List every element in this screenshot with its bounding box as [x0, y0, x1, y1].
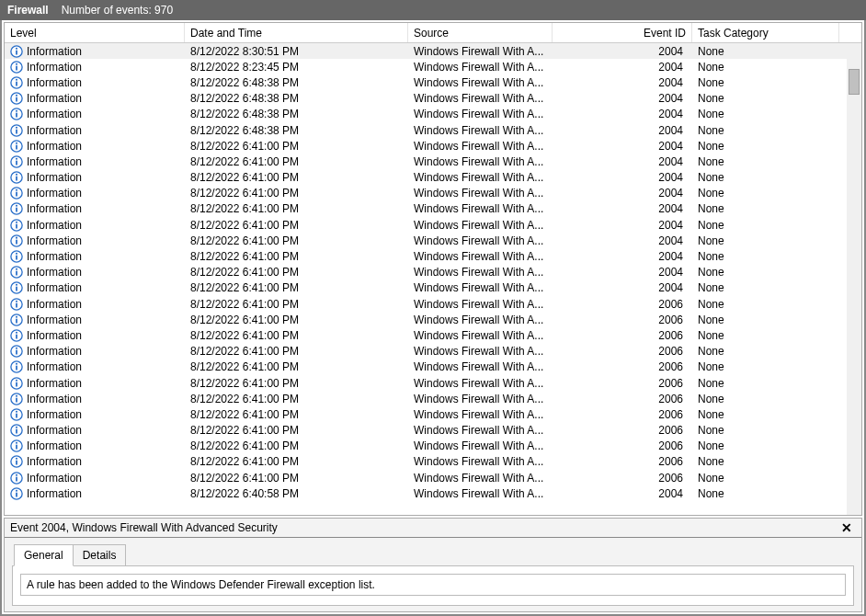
event-row[interactable]: Information8/12/2022 6:41:00 PMWindows F… [5, 344, 861, 359]
event-row[interactable]: Information8/12/2022 6:41:00 PMWindows F… [5, 375, 861, 391]
cell-date: 8/12/2022 6:48:38 PM [185, 92, 408, 105]
event-row[interactable]: Information8/12/2022 6:41:00 PMWindows F… [5, 359, 861, 375]
cell-level: Information [27, 314, 82, 326]
info-icon [10, 472, 23, 485]
event-row[interactable]: Information8/12/2022 6:41:00 PMWindows F… [5, 280, 861, 296]
titlebar: Firewall Number of events: 970 [0, 0, 866, 20]
event-row[interactable]: Information8/12/2022 6:41:00 PMWindows F… [5, 327, 861, 343]
cell-source: Windows Firewall With A... [408, 455, 553, 468]
event-row[interactable]: Information8/12/2022 6:41:00 PMWindows F… [5, 454, 861, 470]
svg-point-35 [16, 221, 17, 222]
column-headers: Level Date and Time Source Event ID Task… [5, 23, 861, 43]
event-row[interactable]: Information8/12/2022 6:41:00 PMWindows F… [5, 186, 861, 201]
event-row[interactable]: Information8/12/2022 8:23:45 PMWindows F… [5, 59, 861, 74]
cell-level: Information [27, 108, 82, 120]
tab-details[interactable]: Details [74, 544, 127, 566]
scroll-thumb[interactable] [849, 69, 860, 95]
svg-point-68 [16, 394, 17, 396]
info-icon [10, 377, 23, 390]
cell-source: Windows Firewall With A... [408, 298, 553, 311]
event-row[interactable]: Information8/12/2022 6:41:00 PMWindows F… [5, 201, 861, 217]
cell-category: None [692, 439, 839, 452]
svg-point-38 [16, 236, 17, 238]
info-icon [10, 487, 23, 500]
event-row[interactable]: Information8/12/2022 6:48:38 PMWindows F… [5, 107, 861, 122]
svg-rect-79 [16, 461, 17, 465]
cell-level: Information [27, 266, 82, 279]
cell-level: Information [27, 171, 82, 184]
cell-source: Windows Firewall With A... [408, 439, 553, 452]
cell-category: None [692, 76, 839, 89]
cell-source: Windows Firewall With A... [408, 472, 553, 485]
event-row[interactable]: Information8/12/2022 6:41:00 PMWindows F… [5, 154, 861, 169]
event-row[interactable]: Information8/12/2022 6:41:00 PMWindows F… [5, 406, 861, 422]
svg-rect-55 [16, 335, 17, 339]
info-icon [10, 219, 23, 232]
cell-level: Information [27, 360, 82, 373]
cell-eventid: 2006 [553, 455, 692, 468]
cell-date: 8/12/2022 6:40:58 PM [185, 487, 408, 500]
cell-date: 8/12/2022 6:41:00 PM [185, 345, 408, 358]
event-row[interactable]: Information8/12/2022 6:41:00 PMWindows F… [5, 138, 861, 154]
svg-point-77 [16, 442, 17, 444]
cell-category: None [692, 345, 839, 358]
event-row[interactable]: Information8/12/2022 6:41:00 PMWindows F… [5, 470, 861, 485]
cell-date: 8/12/2022 6:41:00 PM [185, 393, 408, 405]
cell-date: 8/12/2022 6:41:00 PM [185, 455, 408, 468]
cell-eventid: 2004 [553, 202, 692, 215]
col-header-eventid[interactable]: Event ID [553, 23, 692, 42]
event-row[interactable]: Information8/12/2022 6:48:38 PMWindows F… [5, 122, 861, 138]
svg-rect-1 [16, 50, 17, 54]
info-icon [10, 124, 23, 137]
close-icon[interactable]: ✕ [838, 520, 856, 535]
tab-general[interactable]: General [14, 544, 74, 566]
svg-rect-52 [16, 318, 17, 323]
cell-date: 8/12/2022 6:41:00 PM [185, 171, 408, 184]
content-frame: Level Date and Time Source Event ID Task… [0, 20, 866, 616]
cell-eventid: 2004 [553, 234, 692, 247]
event-row[interactable]: Information8/12/2022 6:41:00 PMWindows F… [5, 391, 861, 406]
col-header-date[interactable]: Date and Time [185, 23, 408, 42]
event-row[interactable]: Information8/12/2022 6:41:00 PMWindows F… [5, 439, 861, 454]
event-row[interactable]: Information8/12/2022 6:41:00 PMWindows F… [5, 423, 861, 439]
cell-eventid: 2004 [553, 108, 692, 120]
info-icon [10, 108, 23, 120]
cell-eventid: 2004 [553, 187, 692, 200]
cell-category: None [692, 234, 839, 247]
event-row[interactable]: Information8/12/2022 6:41:00 PMWindows F… [5, 233, 861, 248]
event-row[interactable]: Information8/12/2022 6:41:00 PMWindows F… [5, 312, 861, 327]
event-list: Level Date and Time Source Event ID Task… [4, 22, 862, 516]
cell-source: Windows Firewall With A... [408, 314, 553, 326]
cell-eventid: 2004 [553, 171, 692, 184]
svg-point-86 [16, 489, 17, 491]
event-row[interactable]: Information8/12/2022 6:48:38 PMWindows F… [5, 74, 861, 90]
col-header-level[interactable]: Level [5, 23, 185, 42]
event-row[interactable]: Information8/12/2022 6:48:38 PMWindows F… [5, 91, 861, 107]
svg-point-41 [16, 253, 17, 255]
svg-point-83 [16, 473, 17, 475]
cell-category: None [692, 171, 839, 184]
svg-rect-37 [16, 240, 17, 245]
col-header-category[interactable]: Task Category [692, 23, 839, 42]
cell-category: None [692, 472, 839, 485]
cell-date: 8/12/2022 6:41:00 PM [185, 329, 408, 342]
cell-source: Windows Firewall With A... [408, 76, 553, 89]
info-icon [10, 250, 23, 263]
info-icon [10, 155, 23, 168]
cell-category: None [692, 140, 839, 153]
cell-date: 8/12/2022 6:41:00 PM [185, 281, 408, 294]
cell-date: 8/12/2022 6:41:00 PM [185, 202, 408, 215]
event-row[interactable]: Information8/12/2022 6:41:00 PMWindows F… [5, 296, 861, 312]
event-row[interactable]: Information8/12/2022 6:40:58 PMWindows F… [5, 485, 861, 501]
col-header-source[interactable]: Source [408, 23, 553, 42]
event-row[interactable]: Information8/12/2022 6:41:00 PMWindows F… [5, 248, 861, 264]
cell-source: Windows Firewall With A... [408, 219, 553, 232]
cell-eventid: 2004 [553, 219, 692, 232]
event-row[interactable]: Information8/12/2022 8:30:51 PMWindows F… [5, 43, 861, 59]
event-row[interactable]: Information8/12/2022 6:41:00 PMWindows F… [5, 217, 861, 233]
svg-point-62 [16, 363, 17, 365]
event-row[interactable]: Information8/12/2022 6:41:00 PMWindows F… [5, 170, 861, 186]
event-row[interactable]: Information8/12/2022 6:41:00 PMWindows F… [5, 265, 861, 280]
vertical-scrollbar[interactable] [847, 43, 861, 515]
cell-category: None [692, 455, 839, 468]
